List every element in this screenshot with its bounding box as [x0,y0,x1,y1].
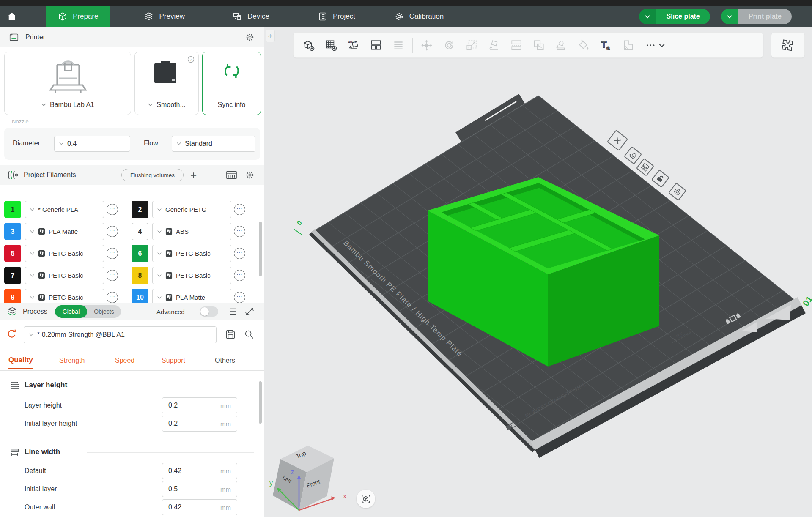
diameter-select[interactable]: 0.4 [54,136,130,152]
layer-height-input[interactable]: 0.2mm [162,397,237,413]
filament-select-5[interactable]: PETG Basic [25,245,104,262]
window-titlebar [0,0,812,6]
filament-select-6[interactable]: PETG Basic [152,245,231,262]
remove-filament-button[interactable]: − [209,169,215,182]
settings-list-icon[interactable] [227,307,237,316]
filament-chip-3[interactable]: 3 [4,223,21,240]
filament-menu-6[interactable]: ··· [234,248,245,259]
filament-chip-5[interactable]: 5 [4,245,21,262]
filament-menu-10[interactable]: ··· [234,292,245,303]
search-preset-icon[interactable] [244,329,255,340]
initial-layer-height-label: Initial layer height [25,420,77,427]
filament-menu-5[interactable]: ··· [107,248,118,259]
filament-menu-1[interactable]: ··· [107,204,118,215]
tab-strength[interactable]: Strength [59,357,85,364]
tab-calibration[interactable]: Calibration [382,6,455,27]
line-width-initial-input[interactable]: 0.5mm [162,481,237,497]
print-plate-button[interactable]: Print plate [738,9,792,24]
filament-select-10[interactable]: PLA Matte [152,289,231,303]
chevron-down-icon [41,103,47,107]
plate-type-name: Smooth... [156,101,185,109]
filament-select-2[interactable]: Generic PETG [152,201,231,218]
filament-select-1[interactable]: * Generic PLA [25,201,104,218]
home-button[interactable] [0,6,24,27]
line-width-outer-input[interactable]: 0.42mm [162,499,237,515]
line-width-initial-label: Initial layer [25,485,57,493]
process-scope-toggle: Global Objects [55,305,121,318]
scope-global-button[interactable]: Global [55,305,87,318]
filament-label: ABS [176,228,189,235]
info-icon[interactable]: i [187,56,195,63]
tab-others[interactable]: Others [215,357,235,364]
ams-icon[interactable] [226,170,237,180]
diameter-value: 0.4 [67,140,77,148]
fit-view-button[interactable] [357,490,375,508]
filament-menu-3[interactable]: ··· [107,226,118,237]
filament-select-3[interactable]: PLA Matte [25,223,104,240]
brand-icon [165,294,173,301]
printer-model-card[interactable]: Bambu Lab A1 [4,52,131,115]
tab-device-label: Device [247,12,269,21]
plate-number: 01 [801,294,812,308]
preset-select[interactable]: * 0.20mm Strength @BBL A1 [24,326,217,343]
reset-preset-icon[interactable] [6,328,18,340]
filament-scrollbar[interactable] [259,222,262,276]
process-section-header: Process Global Objects Advanced [0,303,264,320]
filament-select-7[interactable]: PETG Basic [25,267,104,284]
diameter-label: Diameter [13,140,40,147]
tab-support[interactable]: Support [162,357,185,364]
sync-icon [222,61,241,81]
slice-plate-button[interactable]: Slice plate [656,9,710,24]
advanced-label: Advanced [156,308,185,315]
filament-menu-2[interactable]: ··· [234,204,245,215]
add-filament-button[interactable]: + [190,169,197,182]
filament-chip-9[interactable]: 9 [4,289,21,303]
filament-menu-4[interactable]: ··· [234,226,245,237]
filament-chip-6[interactable]: 6 [132,245,148,262]
printer-model-caption: Bambu Lab A1 [5,101,131,109]
filament-menu-8[interactable]: ··· [234,270,245,281]
save-preset-icon[interactable] [225,329,236,340]
filament-chip-10[interactable]: 10 [132,289,148,303]
initial-layer-height-input[interactable]: 0.2mm [162,416,237,432]
filament-chip-1[interactable]: 1 [4,201,21,218]
line-width-default-input[interactable]: 0.42mm [162,463,237,479]
scene-3d[interactable]: PLA/PETG/ABS/TPU/PC HOT SURFACE Bambu Sm… [264,27,812,517]
tab-device[interactable]: Device [220,6,281,27]
settings-scrollbar[interactable] [259,381,262,424]
filament-chip-8[interactable]: 8 [132,267,148,284]
flow-value: Standard [185,140,212,148]
side-panel: Printer Bambu Lab A1 i [0,27,264,517]
slice-dropdown-button[interactable] [639,9,656,24]
tab-project[interactable]: Project [306,6,367,27]
filament-select-9[interactable]: PETG Basic [25,289,104,303]
axis-x-label: x [343,492,346,500]
filament-menu-7[interactable]: ··· [107,270,118,281]
tab-preview[interactable]: Preview [132,6,196,27]
view-cube[interactable]: Top Left Front [273,446,334,510]
viewport-3d[interactable]: ‹|› AUTO Ta [264,27,812,517]
filament-chip-2[interactable]: 2 [132,201,148,218]
advanced-toggle[interactable] [200,306,218,317]
compare-presets-icon[interactable] [244,307,255,316]
plate-type-card[interactable]: i Smooth... [134,52,199,115]
printer-settings-gear-icon[interactable] [245,32,255,42]
filament-menu-9[interactable]: ··· [107,292,118,303]
brand-icon [165,272,173,279]
printer-image [45,56,91,95]
filament-select-4[interactable]: ABS [152,223,231,240]
scope-objects-button[interactable]: Objects [87,305,121,318]
filament-chip-4[interactable]: 4 [132,223,148,240]
filament-select-8[interactable]: PETG Basic [152,267,231,284]
filament-chip-7[interactable]: 7 [4,267,21,284]
sync-info-card[interactable]: Sync info [202,52,261,115]
tab-speed[interactable]: Speed [115,357,134,364]
tab-quality[interactable]: Quality [8,356,33,369]
flow-select[interactable]: Standard [172,136,255,152]
tab-prepare[interactable]: Prepare [46,6,110,27]
filament-label: PETG Basic [49,250,83,257]
filament-spool-icon [7,170,19,181]
flushing-volumes-button[interactable]: Flushing volumes [121,169,184,181]
print-dropdown-button[interactable] [721,9,738,24]
filament-settings-gear-icon[interactable] [245,170,255,180]
